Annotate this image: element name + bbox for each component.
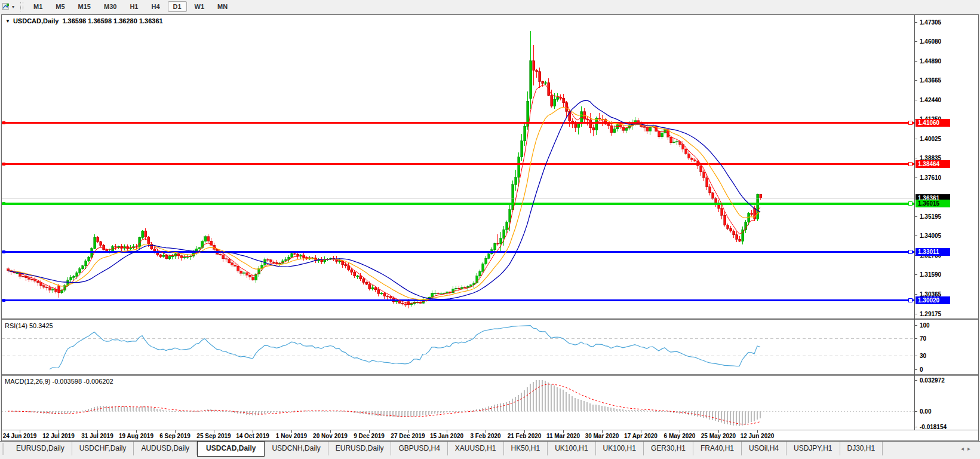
svg-text:12 Jul 2019: 12 Jul 2019 — [42, 433, 75, 439]
svg-text:1.38464: 1.38464 — [918, 161, 940, 167]
chart-tab-7-xauusd-h1[interactable]: XAUUSD,H1 — [448, 442, 504, 455]
svg-text:1.47305: 1.47305 — [920, 19, 942, 26]
timeframe-button-m15[interactable]: M15 — [73, 1, 96, 12]
dropdown-caret-icon: ▾ — [12, 4, 14, 10]
rsi-axis: 10070300 — [2, 322, 930, 373]
svg-text:1.44890: 1.44890 — [920, 58, 942, 65]
svg-text:70: 70 — [920, 335, 927, 342]
svg-text:1.33011: 1.33011 — [918, 249, 939, 255]
rsi-line — [50, 326, 760, 369]
svg-text:31 Jul 2019: 31 Jul 2019 — [81, 433, 113, 439]
svg-text:1.43665: 1.43665 — [920, 77, 942, 84]
svg-text:14 Oct 2019: 14 Oct 2019 — [236, 433, 269, 439]
chart-tab-13-usoil-h4[interactable]: USOil,H4 — [742, 442, 787, 455]
macd-axis: 0.0329720.00-0.018154 — [2, 377, 947, 430]
candles — [7, 31, 762, 308]
timeframe-toolbar: M1M5M15M30H1H4D1W1MN — [27, 1, 234, 12]
svg-text:24 Jun 2019: 24 Jun 2019 — [3, 433, 37, 439]
timeframe-button-h4[interactable]: H4 — [146, 1, 165, 12]
chart-tab-0-eurusd-daily[interactable]: EURUSD,Daily — [9, 442, 72, 455]
chart-tab-6-gbpusd-h4[interactable]: GBPUSD,H4 — [391, 442, 447, 455]
toolbar-drag-grip[interactable] — [20, 2, 23, 11]
chart-tab-4-usdcnh-daily[interactable]: USDCNH,Daily — [265, 442, 328, 455]
svg-text:17 Apr 2020: 17 Apr 2020 — [624, 433, 658, 439]
svg-text:1.35195: 1.35195 — [920, 213, 942, 220]
rsi-indicator-label: RSI(14) 50.3425 — [5, 322, 53, 329]
svg-text:1.30020: 1.30020 — [918, 297, 940, 304]
chart-tab-9-uk100-h1[interactable]: UK100,H1 — [548, 442, 595, 455]
chart-tab-15-dj30-h1[interactable]: DJ30,H1 — [840, 442, 883, 455]
svg-text:1.34005: 1.34005 — [920, 232, 942, 239]
chart-chrome — [2, 15, 978, 430]
svg-text:27 Dec 2019: 27 Dec 2019 — [391, 433, 425, 439]
timeframe-button-m30[interactable]: M30 — [99, 1, 122, 12]
svg-text:12 Jun 2020: 12 Jun 2020 — [741, 433, 775, 439]
collapse-triangle-icon[interactable]: ▼ — [5, 19, 10, 24]
svg-text:11 Mar 2020: 11 Mar 2020 — [546, 433, 580, 439]
svg-text:1 Nov 2019: 1 Nov 2019 — [276, 433, 308, 439]
chart-cursor-tool[interactable]: ▾ — [1, 1, 16, 12]
tab-scroll-right-icon[interactable]: ▸ — [967, 445, 974, 452]
svg-text:6 Sep 2019: 6 Sep 2019 — [159, 433, 191, 439]
svg-text:1.41060: 1.41060 — [918, 120, 940, 126]
chart-tab-10-uk100-h1[interactable]: UK100,H1 — [596, 442, 644, 455]
timeframe-button-m5[interactable]: M5 — [50, 1, 70, 12]
chart-window-usdcad-daily[interactable]: 1.473051.460801.448901.436651.424401.412… — [1, 14, 979, 441]
chart-tab-2-audusd-daily[interactable]: AUDUSD,Daily — [134, 442, 197, 455]
timeframe-button-mn[interactable]: MN — [212, 1, 233, 12]
svg-text:1.37610: 1.37610 — [920, 175, 942, 181]
top-toolbar: ▾ M1M5M15M30H1H4D1W1MN — [0, 0, 980, 13]
chart-tab-12-fra40-h1[interactable]: FRA40,H1 — [693, 442, 742, 455]
price-chart-canvas[interactable]: 1.473051.460801.448901.436651.424401.412… — [2, 15, 978, 440]
chart-tab-5-eurusd-daily[interactable]: EURUSD,Daily — [328, 442, 392, 455]
horizontal-level-lines[interactable] — [2, 121, 914, 302]
svg-text:1.31590: 1.31590 — [920, 271, 942, 278]
chart-tab-14-usdjpy-h1[interactable]: USDJPY,H1 — [787, 442, 840, 455]
chart-tab-8-hk50-h1[interactable]: HK50,H1 — [504, 442, 548, 455]
svg-text:3 Feb 2020: 3 Feb 2020 — [470, 433, 501, 439]
chart-cursor-icon — [2, 2, 11, 11]
chart-tab-3-usdcad-daily[interactable]: USDCAD,Daily — [197, 441, 265, 457]
svg-text:25 May 2020: 25 May 2020 — [701, 433, 736, 439]
chart-tab-11-ger30-h1[interactable]: GER30,H1 — [644, 442, 693, 455]
svg-text:30: 30 — [920, 353, 927, 359]
svg-text:15 Jan 2020: 15 Jan 2020 — [430, 433, 464, 439]
chart-tabs: EURUSD,DailyUSDCHF,DailyAUDUSD,DailyUSDC… — [9, 442, 883, 457]
macd-histogram — [13, 380, 761, 426]
svg-text:0.032972: 0.032972 — [920, 377, 945, 384]
macd-signal-line — [8, 384, 760, 424]
svg-text:19 Aug 2019: 19 Aug 2019 — [119, 433, 153, 439]
timeframe-button-d1[interactable]: D1 — [168, 1, 187, 12]
chart-title: ▼USDCAD,Daily 1.36598 1.36598 1.36280 1.… — [5, 17, 163, 25]
timeframe-button-w1[interactable]: W1 — [189, 1, 210, 12]
timeframe-button-m1[interactable]: M1 — [28, 1, 48, 12]
chart-tab-1-usdchf-daily[interactable]: USDCHF,Daily — [72, 442, 134, 455]
svg-text:1.36015: 1.36015 — [918, 200, 940, 207]
svg-text:1.40025: 1.40025 — [920, 136, 942, 142]
ma-fast-line — [8, 85, 760, 304]
svg-text:0: 0 — [920, 366, 923, 373]
svg-text:21 Feb 2020: 21 Feb 2020 — [508, 433, 542, 439]
svg-text:25 Sep 2019: 25 Sep 2019 — [196, 433, 231, 439]
svg-text:30 Mar 2020: 30 Mar 2020 — [585, 433, 619, 439]
time-axis: 24 Jun 201912 Jul 201931 Jul 201919 Aug … — [3, 430, 775, 439]
svg-text:100: 100 — [920, 322, 930, 329]
tab-scroll-arrows[interactable]: ◂▸ — [961, 445, 974, 452]
macd-indicator-label: MACD(12,26,9) -0.003598 -0.006202 — [5, 378, 113, 385]
timeframe-button-h1[interactable]: H1 — [124, 1, 143, 12]
chart-title-text: USDCAD,Daily 1.36598 1.36598 1.36280 1.3… — [13, 17, 163, 25]
svg-text:6 May 2020: 6 May 2020 — [664, 433, 696, 439]
svg-text:20 Nov 2019: 20 Nov 2019 — [313, 433, 348, 439]
svg-text:1.42440: 1.42440 — [920, 97, 942, 103]
svg-text:9 Dec 2019: 9 Dec 2019 — [354, 433, 385, 439]
svg-text:0.00: 0.00 — [920, 408, 932, 415]
tabbar-grip — [2, 443, 4, 455]
svg-text:1.46080: 1.46080 — [920, 38, 942, 45]
chart-tab-bar: EURUSD,DailyUSDCHF,DailyAUDUSD,DailyUSDC… — [0, 441, 980, 459]
svg-text:1.29175: 1.29175 — [920, 311, 942, 317]
svg-text:-0.018154: -0.018154 — [920, 424, 947, 430]
tab-scroll-left-icon[interactable]: ◂ — [961, 445, 967, 452]
